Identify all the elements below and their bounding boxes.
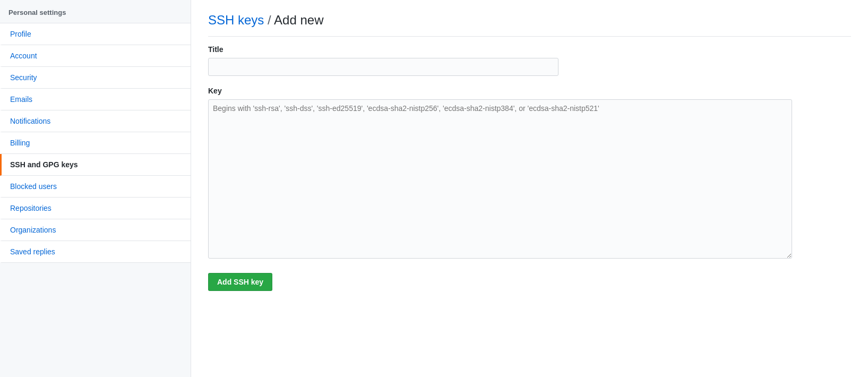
- sidebar-item-blocked-users[interactable]: Blocked users: [0, 176, 191, 198]
- sidebar-item-security[interactable]: Security: [0, 67, 191, 89]
- sidebar-item-saved-replies[interactable]: Saved replies: [0, 241, 191, 263]
- key-label: Key: [208, 87, 851, 95]
- sidebar-item-emails[interactable]: Emails: [0, 89, 191, 110]
- ssh-keys-link[interactable]: SSH keys: [208, 13, 264, 27]
- page-title-rest: Add new: [274, 13, 323, 27]
- title-form-group: Title: [208, 45, 851, 76]
- sidebar-item-organizations[interactable]: Organizations: [0, 219, 191, 241]
- sidebar-item-notifications[interactable]: Notifications: [0, 110, 191, 132]
- title-label: Title: [208, 45, 851, 54]
- add-ssh-key-form: Title Key Add SSH key: [208, 45, 851, 291]
- sidebar-item-profile[interactable]: Profile: [0, 23, 191, 45]
- sidebar-item-account[interactable]: Account: [0, 45, 191, 67]
- main-content: SSH keys / Add new Title Key Add SSH key: [191, 0, 868, 377]
- key-textarea[interactable]: [208, 99, 792, 259]
- page-title-separator: /: [268, 13, 274, 27]
- sidebar-nav: Profile Account Security Emails Notifica…: [0, 23, 191, 263]
- add-ssh-key-button[interactable]: Add SSH key: [208, 273, 272, 291]
- sidebar-item-repositories[interactable]: Repositories: [0, 198, 191, 219]
- page-title: SSH keys / Add new: [208, 13, 851, 28]
- sidebar-item-ssh-gpg-keys[interactable]: SSH and GPG keys: [0, 154, 191, 176]
- title-input[interactable]: [208, 58, 558, 76]
- sidebar-title: Personal settings: [0, 0, 191, 23]
- sidebar-item-billing[interactable]: Billing: [0, 132, 191, 154]
- page-header: SSH keys / Add new: [208, 13, 851, 37]
- sidebar: Personal settings Profile Account Securi…: [0, 0, 191, 377]
- key-form-group: Key: [208, 87, 851, 260]
